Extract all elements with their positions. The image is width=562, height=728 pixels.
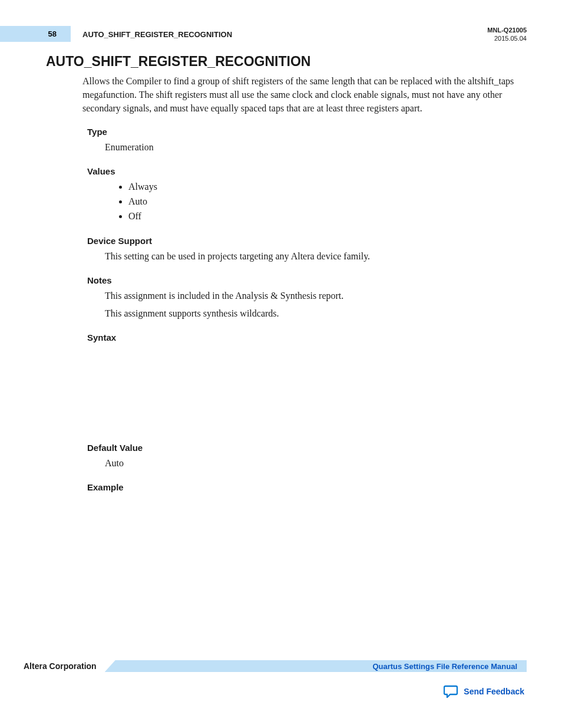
comment-icon[interactable] (444, 685, 459, 698)
note-line: This assignment is included in the Analy… (105, 289, 515, 303)
list-item: Off (128, 209, 527, 224)
section-default-value-label: Default Value (87, 443, 527, 453)
page-footer: Altera Corporation Quartus Settings File… (24, 660, 527, 698)
manual-link[interactable]: Quartus Settings File Reference Manual (372, 662, 517, 671)
list-item: Always (128, 180, 527, 195)
doc-date: 2015.05.04 (487, 34, 527, 42)
page-header: 58 AUTO_SHIFT_REGISTER_RECOGNITION MNL-Q… (24, 26, 527, 43)
list-item: Auto (128, 195, 527, 209)
section-type-label: Type (87, 127, 527, 137)
doc-id: MNL-Q21005 (487, 26, 527, 34)
section-device-support-value: This setting can be used in projects tar… (46, 249, 527, 263)
intro-paragraph: Allows the Compiler to find a group of s… (46, 74, 527, 116)
section-notes-body: This assignment is included in the Analy… (46, 289, 527, 321)
note-line: This assignment supports synthesis wildc… (105, 307, 515, 321)
section-notes-label: Notes (87, 275, 527, 285)
running-title: AUTO_SHIFT_REGISTER_RECOGNITION (82, 30, 232, 39)
doc-id-block: MNL-Q21005 2015.05.04 (487, 26, 527, 43)
page-number-badge: 58 (0, 26, 71, 42)
section-values-label: Values (87, 166, 527, 176)
values-list: Always Auto Off (46, 180, 527, 223)
corporation-name: Altera Corporation (24, 661, 105, 671)
section-device-support-label: Device Support (87, 236, 527, 246)
page-title: AUTO_SHIFT_REGISTER_RECOGNITION (46, 54, 527, 70)
section-example-label: Example (87, 482, 527, 492)
section-syntax-label: Syntax (87, 332, 527, 342)
section-default-value-value: Auto (46, 456, 527, 470)
send-feedback-link[interactable]: Send Feedback (464, 687, 524, 696)
footer-bar: Quartus Settings File Reference Manual (105, 660, 527, 672)
section-type-value: Enumeration (46, 140, 527, 154)
